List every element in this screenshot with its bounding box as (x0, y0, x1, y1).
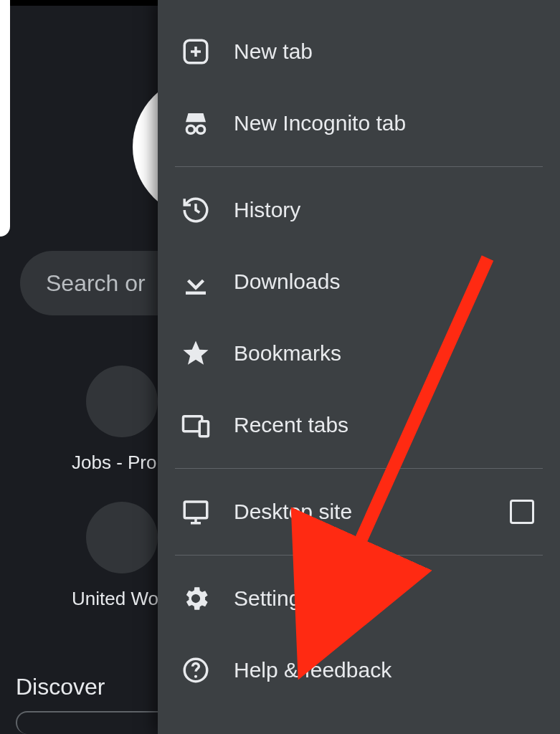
menu-item-incognito[interactable]: New Incognito tab (158, 87, 560, 159)
shortcut-label: United Wor (72, 588, 165, 610)
download-icon (179, 265, 212, 298)
desktop-site-checkbox[interactable] (510, 500, 534, 524)
menu-item-history[interactable]: History (158, 174, 560, 246)
star-icon (179, 337, 212, 370)
menu-item-label: Help & feedback (234, 658, 391, 682)
svg-point-13 (194, 675, 197, 678)
menu-item-label: New Incognito tab (234, 111, 406, 135)
menu-item-label: Desktop site (234, 500, 352, 524)
shortcut-chip[interactable] (86, 502, 158, 573)
svg-rect-8 (199, 421, 208, 437)
menu-item-label: History (234, 198, 300, 222)
menu-separator (175, 166, 543, 167)
overflow-menu: New tab New Incognito tab History Downlo… (158, 0, 560, 734)
help-icon (179, 654, 212, 687)
menu-item-label: Recent tabs (234, 413, 348, 437)
menu-item-bookmarks[interactable]: Bookmarks (158, 318, 560, 389)
gear-icon (179, 582, 212, 615)
svg-point-4 (196, 125, 204, 133)
desktop-icon (179, 495, 212, 528)
shortcut-label: Jobs - Prol (72, 452, 161, 474)
menu-separator (175, 468, 543, 469)
plus-square-icon (179, 35, 212, 68)
discover-heading: Discover (16, 674, 105, 700)
menu-item-settings[interactable]: Settings (158, 563, 560, 634)
devices-icon (179, 409, 212, 442)
left-edge (0, 0, 10, 237)
menu-item-downloads[interactable]: Downloads (158, 246, 560, 318)
menu-item-help[interactable]: Help & feedback (158, 634, 560, 706)
svg-rect-9 (184, 502, 207, 518)
menu-separator (175, 555, 543, 556)
search-placeholder: Search or (46, 270, 146, 297)
menu-item-label: Bookmarks (234, 341, 341, 366)
menu-item-desktop-site[interactable]: Desktop site (158, 476, 560, 548)
menu-item-recent-tabs[interactable]: Recent tabs (158, 389, 560, 461)
svg-point-3 (186, 125, 194, 133)
menu-item-label: Downloads (234, 270, 340, 294)
menu-item-new-tab[interactable]: New tab (158, 16, 560, 87)
shortcut-chip[interactable] (86, 366, 158, 437)
menu-item-label: Settings (234, 586, 311, 611)
menu-item-label: New tab (234, 39, 313, 64)
incognito-icon (179, 107, 212, 140)
history-icon (179, 194, 212, 227)
